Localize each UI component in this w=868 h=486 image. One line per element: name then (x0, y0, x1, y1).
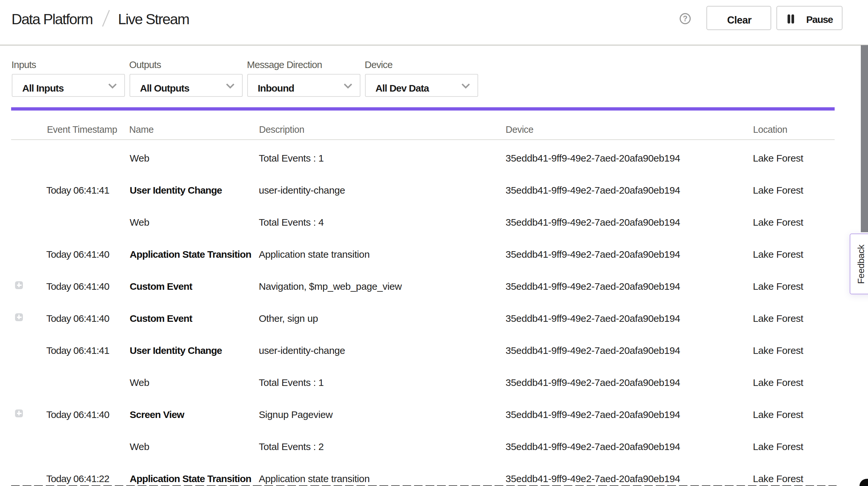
svg-text:?: ? (683, 14, 687, 23)
